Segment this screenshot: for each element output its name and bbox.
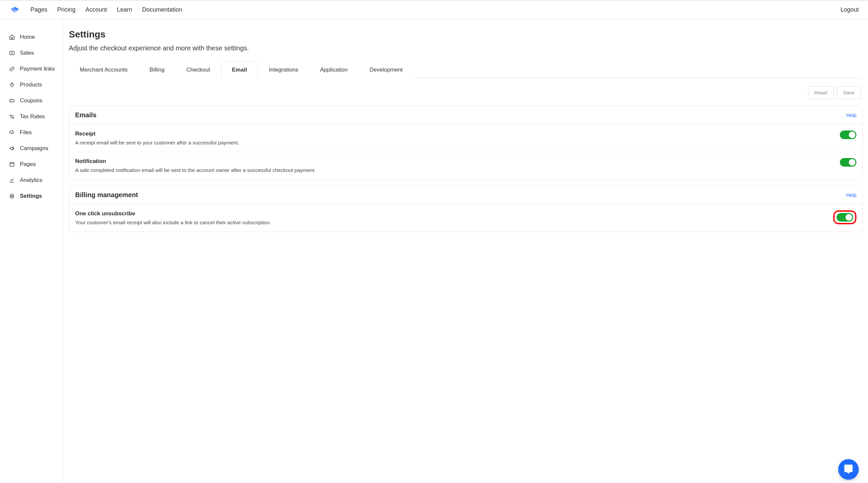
sidebar-item-coupons[interactable]: Coupons [0, 93, 63, 109]
notification-toggle-wrap [840, 158, 857, 167]
svg-point-3 [11, 84, 12, 84]
percent-icon [9, 113, 15, 120]
sidebar-item-sales[interactable]: Sales [0, 45, 63, 61]
sidebar-item-home[interactable]: Home [0, 29, 63, 45]
tab-merchant-accounts[interactable]: Merchant Accounts [69, 62, 139, 78]
sidebar-item-label: Coupons [20, 97, 42, 104]
sidebar-item-label: Sales [20, 50, 34, 56]
sidebar-item-label: Products [20, 82, 42, 88]
notification-desc: A sale completed notification email will… [75, 167, 832, 173]
sidebar-item-label: Settings [20, 193, 42, 199]
svg-point-7 [12, 117, 14, 119]
sidebar-item-label: Analytics [20, 177, 42, 183]
one-click-unsubscribe-row: One click unsubscribe Your customer's em… [69, 204, 862, 232]
svg-rect-4 [9, 100, 14, 102]
settings-tabs: Merchant Accounts Billing Checkout Email… [69, 61, 863, 78]
topbar-left: Pages Pricing Account Learn Documentatio… [9, 4, 182, 16]
sidebar-item-files[interactable]: Files [0, 124, 63, 140]
billing-help-link[interactable]: Help [846, 192, 857, 198]
tab-development[interactable]: Development [359, 62, 413, 78]
actions-row: Reset Save [69, 86, 863, 99]
nav-documentation[interactable]: Documentation [142, 6, 182, 13]
notification-title: Notification [75, 158, 832, 165]
tab-email[interactable]: Email [221, 62, 258, 78]
svg-rect-8 [10, 162, 14, 166]
one-click-unsubscribe-text: One click unsubscribe Your customer's em… [75, 210, 833, 226]
svg-marker-10 [10, 194, 14, 198]
sidebar-item-settings[interactable]: Settings [0, 188, 63, 204]
sidebar-item-label: Campaigns [20, 145, 48, 152]
receipt-row-text: Receipt A receipt email will be sent to … [75, 131, 840, 146]
emails-panel: Emails Help Receipt A receipt email will… [69, 106, 863, 179]
sidebar-item-products[interactable]: Products [0, 77, 63, 93]
link-icon [9, 65, 15, 72]
one-click-unsubscribe-highlight [833, 210, 857, 224]
settings-icon [9, 193, 15, 199]
billing-panel-title: Billing management [75, 191, 138, 199]
main-layout: Home Sales Payment links Products Coupon… [0, 19, 868, 483]
emails-panel-header: Emails Help [69, 106, 862, 124]
cloud-icon [9, 129, 15, 136]
notification-row: Notification A sale completed notificati… [75, 152, 857, 179]
megaphone-icon [9, 145, 15, 152]
emails-panel-title: Emails [75, 111, 96, 119]
sidebar-item-payment-links[interactable]: Payment links [0, 61, 63, 77]
billing-panel-header: Billing management Help [69, 186, 862, 204]
receipt-row: Receipt A receipt email will be sent to … [69, 124, 862, 152]
nav-pricing[interactable]: Pricing [57, 6, 75, 13]
one-click-unsubscribe-desc: Your customer's email receipt will also … [75, 220, 825, 226]
notification-row-text: Notification A sale completed notificati… [75, 158, 840, 173]
emails-help-link[interactable]: Help [846, 112, 857, 118]
receipt-toggle-wrap [840, 131, 857, 139]
sidebar-item-pages[interactable]: Pages [0, 157, 63, 172]
sidebar-item-tax-rates[interactable]: Tax Rates [0, 109, 63, 124]
sidebar-item-label: Pages [20, 161, 36, 168]
page-icon [9, 161, 15, 168]
main-content: Settings Adjust the checkout experience … [63, 19, 868, 483]
svg-point-6 [10, 115, 11, 116]
nav-pages[interactable]: Pages [30, 6, 47, 13]
chat-fab[interactable] [838, 459, 859, 480]
top-navbar: Pages Pricing Account Learn Documentatio… [0, 0, 868, 19]
logo-icon[interactable] [9, 4, 21, 16]
sidebar-item-campaigns[interactable]: Campaigns [0, 140, 63, 157]
tag-icon [9, 82, 15, 88]
nav-learn[interactable]: Learn [117, 6, 132, 13]
sidebar-item-analytics[interactable]: Analytics [0, 172, 63, 188]
receipt-toggle[interactable] [840, 131, 857, 139]
sales-icon [9, 50, 15, 56]
sidebar-item-label: Payment links [20, 65, 55, 72]
sidebar-item-label: Home [20, 34, 35, 40]
nav-account[interactable]: Account [85, 6, 107, 13]
tab-integrations[interactable]: Integrations [258, 62, 309, 78]
one-click-unsubscribe-toggle[interactable] [837, 213, 853, 222]
reset-button[interactable]: Reset [808, 86, 834, 99]
notification-toggle[interactable] [840, 158, 857, 167]
sidebar-item-label: Tax Rates [20, 113, 45, 120]
chart-icon [9, 177, 15, 183]
receipt-desc: A receipt email will be sent to your cus… [75, 140, 832, 146]
save-button[interactable]: Save [837, 86, 861, 99]
logout-link[interactable]: Logout [840, 6, 859, 13]
sidebar: Home Sales Payment links Products Coupon… [0, 19, 63, 483]
home-icon [9, 34, 15, 40]
coupon-icon [9, 97, 15, 104]
tab-application[interactable]: Application [309, 62, 359, 78]
billing-panel: Billing management Help One click unsubs… [69, 186, 863, 232]
tab-billing[interactable]: Billing [139, 62, 176, 78]
svg-point-11 [11, 195, 13, 197]
page-title: Settings [69, 29, 863, 40]
receipt-title: Receipt [75, 131, 832, 137]
one-click-unsubscribe-title: One click unsubscribe [75, 210, 825, 217]
page-description: Adjust the checkout experience and more … [69, 45, 863, 52]
sidebar-item-label: Files [20, 129, 32, 136]
svg-line-5 [10, 115, 13, 118]
tab-checkout[interactable]: Checkout [176, 62, 221, 78]
chat-icon [843, 464, 854, 475]
